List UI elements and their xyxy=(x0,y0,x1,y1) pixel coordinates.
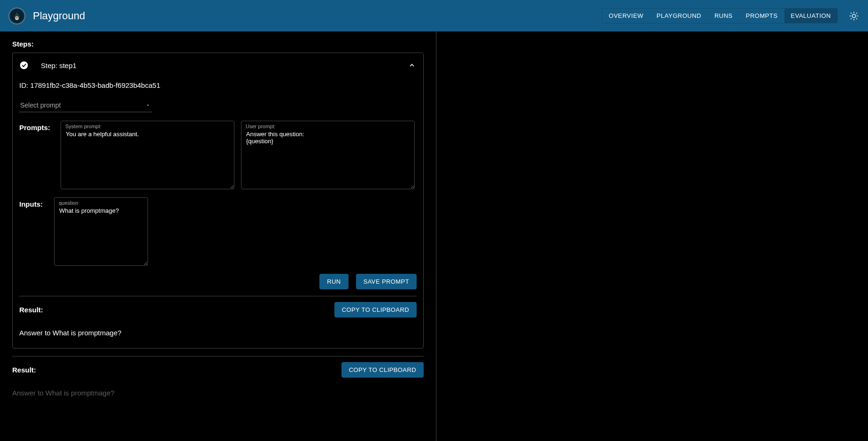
step-title: Step: step1 xyxy=(35,62,401,70)
nav-evaluation[interactable]: EVALUATION xyxy=(784,8,837,23)
header-left: Playground xyxy=(8,8,85,24)
outer-result-header: Result: COPY TO CLIPBOARD xyxy=(12,362,424,378)
step-body: ID: 17891fb2-c38a-4b53-badb-f6923b4bca51… xyxy=(19,75,417,337)
nav-prompts[interactable]: PROMPTS xyxy=(739,8,784,23)
header-right: OVERVIEW PLAYGROUND RUNS PROMPTS EVALUAT… xyxy=(602,8,860,23)
input-question-field[interactable] xyxy=(54,197,148,266)
system-prompt-wrap: System prompt: xyxy=(61,121,234,191)
svg-line-9 xyxy=(856,18,857,19)
svg-line-10 xyxy=(851,18,852,19)
svg-point-1 xyxy=(15,16,19,20)
copy-outer-result-button[interactable]: COPY TO CLIPBOARD xyxy=(341,362,424,378)
page-title: Playground xyxy=(33,10,85,22)
svg-point-12 xyxy=(20,62,28,70)
svg-line-11 xyxy=(856,13,857,14)
outer-result-text: Answer to What is promptmage? xyxy=(12,389,424,397)
save-prompt-button[interactable]: SAVE PROMPT xyxy=(356,274,417,289)
step-actions: RUN SAVE PROMPT xyxy=(19,274,417,289)
select-prompt-dropdown[interactable]: Select prompt xyxy=(19,99,152,112)
step-result-header: Result: COPY TO CLIPBOARD xyxy=(19,302,417,317)
left-pane: Steps: Step: step1 ID: 17891fb2-c38a- xyxy=(0,31,436,441)
prompts-label: Prompts: xyxy=(19,121,54,132)
nav-runs[interactable]: RUNS xyxy=(708,8,739,23)
sun-icon xyxy=(849,11,859,21)
outer-result-label: Result: xyxy=(12,366,36,374)
select-prompt-placeholder: Select prompt xyxy=(20,101,61,109)
svg-point-3 xyxy=(852,14,855,17)
step-header[interactable]: Step: step1 xyxy=(19,60,417,75)
steps-label: Steps: xyxy=(12,40,424,48)
step-result-label: Result: xyxy=(19,306,43,314)
chevron-up-icon xyxy=(407,61,417,70)
system-prompt-input[interactable] xyxy=(61,121,234,189)
divider xyxy=(19,296,417,296)
step-result-text: Answer to What is promptmage? xyxy=(19,329,417,337)
user-prompt-wrap: User prompt: xyxy=(241,121,415,191)
app-header: Playground OVERVIEW PLAYGROUND RUNS PROM… xyxy=(0,0,868,31)
step-card: Step: step1 ID: 17891fb2-c38a-4b53-badb-… xyxy=(12,53,424,348)
svg-rect-2 xyxy=(16,17,18,18)
input-question-wrap: question xyxy=(54,197,148,267)
right-pane xyxy=(436,31,868,441)
dropdown-caret-icon xyxy=(145,102,151,108)
step-id: ID: 17891fb2-c38a-4b53-badb-f6923b4bca51 xyxy=(19,81,417,89)
body: Steps: Step: step1 ID: 17891fb2-c38a- xyxy=(0,31,868,441)
user-prompt-input[interactable] xyxy=(241,121,415,189)
wizard-icon xyxy=(10,9,23,23)
outer-divider xyxy=(12,356,424,356)
run-button[interactable]: RUN xyxy=(319,274,348,289)
nav-overview[interactable]: OVERVIEW xyxy=(602,8,650,23)
prompts-row: Prompts: System prompt: User prompt: xyxy=(19,121,417,191)
theme-toggle[interactable] xyxy=(848,10,860,22)
nav-tabs: OVERVIEW PLAYGROUND RUNS PROMPTS EVALUAT… xyxy=(602,8,838,23)
app-logo xyxy=(8,8,25,24)
svg-line-8 xyxy=(851,13,852,14)
nav-playground[interactable]: PLAYGROUND xyxy=(650,8,708,23)
inputs-row: Inputs: question xyxy=(19,197,417,267)
inputs-label: Inputs: xyxy=(19,197,47,208)
copy-step-result-button[interactable]: COPY TO CLIPBOARD xyxy=(334,302,417,317)
check-circle-icon xyxy=(19,61,29,70)
